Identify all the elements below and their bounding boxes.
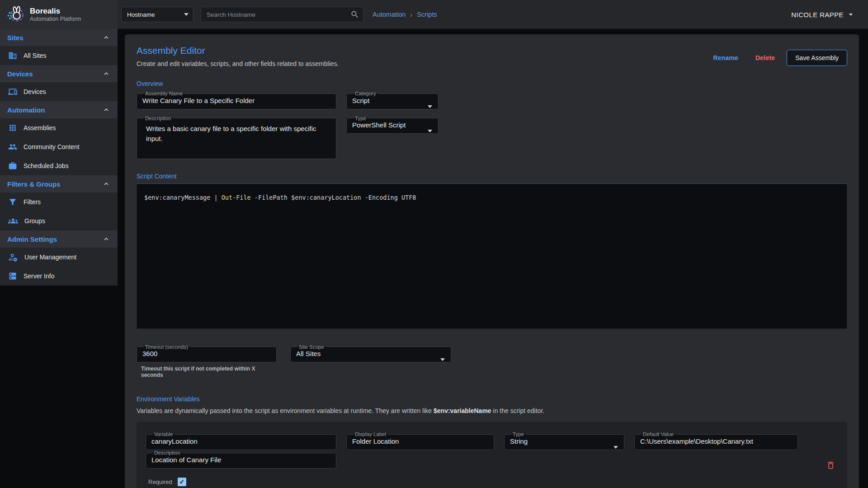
variable-description-label: Description <box>152 450 182 456</box>
chevron-down-icon <box>846 10 855 19</box>
delete-variable-button[interactable] <box>826 460 835 471</box>
chevron-up-icon <box>102 180 110 188</box>
breadcrumb-automation[interactable]: Automation <box>373 11 406 18</box>
display-label-label: Display Label <box>353 432 388 437</box>
timeout-field[interactable]: Timeout (seconds) 3600 <box>137 344 277 363</box>
required-row: Required <box>146 478 838 486</box>
building-icon <box>8 51 17 60</box>
default-value-label: Default Value <box>641 432 675 437</box>
sidebar-item-community-content[interactable]: Community Content <box>0 137 118 156</box>
sidebar-section-admin-settings[interactable]: Admin Settings <box>0 230 118 248</box>
timeout-value: 3600 <box>142 350 271 357</box>
timeout-helper-text: Timeout this script if not completed wit… <box>141 366 277 378</box>
chevron-up-icon <box>102 235 110 243</box>
sidebar-item-label: Assemblies <box>24 124 56 131</box>
variable-type-value: String <box>510 437 618 445</box>
section-label: Devices <box>7 70 33 78</box>
variable-name-label: Variable <box>152 432 175 437</box>
type-select[interactable]: Type PowerShell Script <box>346 116 439 134</box>
section-label: Admin Settings <box>7 235 57 243</box>
title-block: Assembly Editor Create and edit variable… <box>137 45 339 67</box>
sidebar-item-groups[interactable]: Groups <box>0 211 118 230</box>
sidebar-nav: Sites All Sites Devices Devices <box>0 29 118 286</box>
display-label-field[interactable]: Display Label Folder Location <box>346 432 494 450</box>
overview-grid: Assembly Name Write Canary File to a Spe… <box>137 91 847 159</box>
description-label: Description <box>143 116 173 122</box>
rename-button[interactable]: Rename <box>708 51 744 65</box>
delete-button[interactable]: Delete <box>750 51 780 65</box>
timeout-block: Timeout (seconds) 3600 Timeout this scri… <box>137 344 277 379</box>
user-gear-icon <box>8 252 18 262</box>
user-name: NICOLE RAPPE <box>791 11 844 19</box>
devices-icon <box>8 87 17 96</box>
section-label: Sites <box>7 34 24 42</box>
site-scope-label: Site Scope <box>297 344 326 350</box>
sidebar-item-scheduled-jobs[interactable]: Scheduled Jobs <box>0 156 118 175</box>
sidebar-item-devices[interactable]: Devices <box>0 82 118 101</box>
assembly-editor-panel: Assembly Editor Create and edit variable… <box>125 34 859 488</box>
sidebar-item-label: Devices <box>24 88 46 95</box>
display-label-value: Folder Location <box>352 437 488 445</box>
env-desc-text: in the script editor. <box>491 407 545 414</box>
sidebar-section-devices[interactable]: Devices <box>0 65 118 82</box>
sidebar-item-label: User Management <box>24 253 76 261</box>
sidebar-section-automation[interactable]: Automation <box>0 101 118 118</box>
script-content-label: Script Content <box>137 173 847 180</box>
page-title: Assembly Editor <box>137 45 339 56</box>
variable-name-field[interactable]: Variable canaryLocation <box>146 432 336 450</box>
trash-icon <box>826 460 835 470</box>
type-value: PowerShell Script <box>352 121 433 129</box>
chevron-up-icon <box>102 33 110 42</box>
sidebar-item-filters[interactable]: Filters <box>0 192 118 211</box>
sidebar-item-label: Scheduled Jobs <box>24 162 69 169</box>
sidebar-item-server-info[interactable]: Server Info <box>0 267 118 286</box>
code-text: $env:canaryMessage | <box>144 194 222 201</box>
assembly-name-value: Write Canary File to a Specific Folder <box>142 97 330 104</box>
variable-description-field[interactable]: Description Location of Canary File <box>146 450 336 469</box>
timeout-label: Timeout (seconds) <box>143 344 190 350</box>
assembly-name-field[interactable]: Assembly Name Write Canary File to a Spe… <box>137 91 336 109</box>
hostname-filter-select[interactable]: Hostname <box>121 7 193 22</box>
script-code-editor[interactable]: $env:canaryMessage | Out-File -FilePath … <box>137 183 847 329</box>
search-input[interactable] <box>201 7 363 22</box>
sidebar-section-sites[interactable]: Sites <box>0 29 118 46</box>
category-select[interactable]: Category Script <box>346 91 439 109</box>
sidebar: Borealis Automation Platform Sites All S… <box>0 0 118 488</box>
chevron-up-icon <box>102 106 110 114</box>
sidebar-item-label: Filters <box>24 198 41 206</box>
required-label: Required <box>148 479 172 485</box>
site-scope-value: All Sites <box>296 350 445 357</box>
variable-type-select[interactable]: Type String <box>504 432 624 450</box>
save-assembly-button[interactable]: Save Assembly <box>787 50 847 66</box>
user-menu[interactable]: NICOLE RAPPE <box>791 10 855 19</box>
code-cmdlet: Out-File <box>222 194 251 201</box>
script-content-section: Script Content $env:canaryMessage | Out-… <box>137 173 847 329</box>
breadcrumb-scripts[interactable]: Scripts <box>417 11 437 18</box>
type-label: Type <box>353 116 368 122</box>
environment-variable-row: Variable canaryLocation Display Label Fo… <box>146 432 838 450</box>
description-value: Writes a basic canary file to a specific… <box>142 121 330 144</box>
borealis-rabbit-logo-icon <box>6 5 25 24</box>
sidebar-item-user-management[interactable]: User Management <box>0 248 118 267</box>
sidebar-item-assemblies[interactable]: Assemblies <box>0 118 118 137</box>
brand-name: Borealis <box>30 7 81 16</box>
hostname-select-value: Hostname <box>127 11 155 18</box>
env-desc-code: $env:variableName <box>434 407 491 414</box>
content-area: Assembly Editor Create and edit variable… <box>118 29 868 488</box>
sidebar-item-label: All Sites <box>24 52 47 59</box>
panel-header: Assembly Editor Create and edit variable… <box>137 45 847 67</box>
env-desc-text: Variables are dynamically passed into th… <box>137 407 434 414</box>
chevron-down-icon <box>184 13 189 16</box>
section-label: Automation <box>7 106 45 114</box>
sidebar-section-filters-groups[interactable]: Filters & Groups <box>0 175 118 192</box>
assembly-name-label: Assembly Name <box>143 91 185 97</box>
default-value-field[interactable]: Default Value C:\Users\example\Desktop\C… <box>634 432 798 450</box>
site-scope-select[interactable]: Site Scope All Sites <box>290 344 451 363</box>
app-root: Borealis Automation Platform Sites All S… <box>0 0 868 488</box>
sidebar-item-all-sites[interactable]: All Sites <box>0 46 118 65</box>
breadcrumb-separator: › <box>410 11 412 19</box>
overview-section: Overview Assembly Name Write Canary File… <box>137 80 847 159</box>
required-checkbox[interactable] <box>178 478 186 486</box>
description-field[interactable]: Description Writes a basic canary file t… <box>137 116 336 159</box>
sidebar-item-label: Community Content <box>24 143 80 150</box>
